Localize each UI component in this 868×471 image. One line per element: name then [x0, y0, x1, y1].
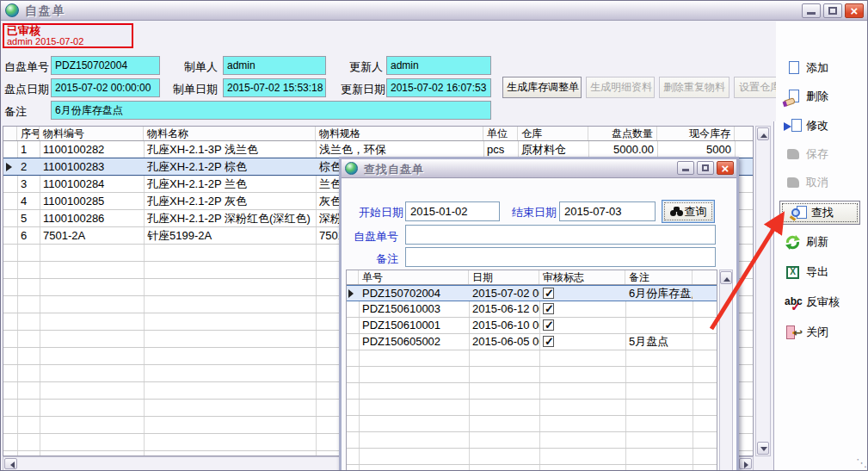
table-header-row: 序号 物料编号 物料名称 物料规格 单位 仓库 盘点数量 现今库存 [3, 127, 753, 141]
make-date-label: 制单日期 [173, 82, 218, 97]
sidebar-item-delete[interactable]: 删除 [785, 86, 828, 107]
sidebar-item-add[interactable]: 添加 [785, 58, 828, 78]
remark-label: 备注 [4, 104, 27, 120]
window-controls [802, 3, 864, 18]
sidebar-item-modify[interactable]: 修改 [785, 115, 828, 136]
delete-hand-icon [785, 89, 802, 105]
dialog-close-button[interactable] [717, 161, 734, 175]
dialog-table-header: 单号 日期 审核标志 备注 [347, 270, 717, 285]
minimize-button[interactable] [802, 3, 821, 18]
audit-checkbox[interactable] [543, 336, 554, 347]
end-date-label: 结束日期 [512, 205, 557, 220]
end-date-input[interactable]: 2015-07-03 [559, 201, 656, 221]
sidebar-item-export[interactable]: 导出 [785, 262, 828, 282]
dialog-remark-label: 备注 [376, 251, 398, 267]
binoculars-icon [670, 207, 683, 216]
generate-detail-button: 生成明细资料 [586, 77, 655, 98]
up-arrow-icon [760, 130, 767, 138]
column-header-warehouse[interactable]: 仓库 [518, 127, 588, 140]
maker-field[interactable]: admin [223, 56, 326, 75]
update-date-field[interactable]: 2015-07-02 16:07:53 [386, 78, 491, 97]
dialog-table-row[interactable]: PDZ150605002 2015-06-05 00 5月盘点 [347, 334, 717, 350]
save-icon [785, 146, 802, 163]
column-header-stock[interactable]: 现今库存 [657, 127, 735, 140]
sidebar-item-refresh[interactable]: 刷新 [785, 232, 828, 252]
column-header-unit[interactable]: 单位 [483, 127, 518, 140]
audit-stamp: 已审核 admin 2015-07-02 [3, 23, 133, 48]
main-window: 自盘单 已审核 admin 2015-07-02 自盘单号 PDZ1507020… [0, 0, 868, 471]
dialog-table-row-selected[interactable]: PDZ150702004 2015-07-02 00 6月份库存盘点 [347, 285, 717, 301]
dialog-vertical-scrollbar[interactable] [719, 270, 733, 471]
sidebar-item-unaudit[interactable]: ✓ 反审核 [785, 292, 840, 313]
dialog-doc-no-input[interactable] [405, 225, 716, 245]
dialog-titlebar[interactable]: 查找自盘单 [342, 159, 736, 178]
update-date-label: 更新日期 [341, 82, 383, 97]
audit-checkbox[interactable] [543, 288, 554, 299]
remark-field[interactable]: 6月份库存盘点 [51, 101, 491, 120]
window-title: 自盘单 [25, 3, 66, 19]
dialog-scroll-up-button[interactable] [720, 271, 732, 284]
resize-grip[interactable]: ⋱ [856, 456, 865, 469]
updater-label: 更新人 [341, 59, 383, 75]
count-date-label: 盘点日期 [4, 82, 49, 97]
find-dialog: 查找自盘单 开始日期 2015-01-02 结束日期 2015-07-03 查询… [339, 157, 739, 471]
dialog-icon [345, 162, 358, 175]
audit-checkbox[interactable] [543, 303, 554, 314]
start-date-input[interactable]: 2015-01-02 [405, 201, 500, 221]
current-row-marker-icon [348, 289, 358, 298]
empty-rows [347, 350, 717, 471]
column-header-audit[interactable]: 审核标志 [539, 270, 625, 284]
sidebar-item-cancel: 取消 [785, 172, 828, 193]
app-icon [5, 3, 19, 17]
current-row-marker-icon [6, 163, 16, 171]
column-header-doc-no[interactable]: 单号 [359, 270, 469, 284]
left-arrow-icon [7, 462, 15, 468]
column-header-idx[interactable]: 序号 [17, 127, 40, 140]
audit-status: 已审核 [7, 25, 129, 37]
dialog-result-table: 单号 日期 审核标志 备注 PDZ150702004 2015-07-02 00… [346, 270, 717, 471]
dialog-table-row[interactable]: PDZ150610001 2015-06-10 00 [347, 318, 717, 334]
generate-adjustment-button[interactable]: 生成库存调整单 [502, 77, 582, 98]
column-header-filler [735, 127, 753, 140]
count-date-field[interactable]: 2015-07-02 00:00:00 [51, 78, 160, 97]
dialog-title: 查找自盘单 [364, 162, 424, 177]
scroll-left-button[interactable] [4, 458, 17, 469]
make-date-field[interactable]: 2015-07-02 15:53:18 [223, 78, 326, 97]
column-header-remark[interactable]: 备注 [625, 270, 693, 284]
dialog-remark-input[interactable] [405, 247, 716, 267]
close-button[interactable] [845, 3, 864, 18]
add-document-icon [785, 60, 802, 77]
dialog-controls [677, 161, 734, 175]
audit-checkbox[interactable] [543, 319, 554, 331]
scroll-up-button[interactable] [757, 127, 769, 140]
dialog-maximize-button[interactable] [697, 161, 714, 175]
doc-no-label: 自盘单号 [4, 59, 49, 75]
column-header-code[interactable]: 物料编号 [40, 127, 144, 140]
sidebar-item-find[interactable]: 查找 [779, 201, 860, 225]
down-arrow-icon [760, 447, 767, 455]
excel-export-icon [785, 264, 802, 281]
vertical-scrollbar[interactable] [755, 126, 771, 456]
column-header-date[interactable]: 日期 [469, 270, 539, 284]
right-arrow-icon [744, 462, 752, 468]
updater-field[interactable]: admin [386, 56, 491, 75]
maker-label: 制单人 [173, 59, 218, 75]
sidebar-item-close[interactable]: ↩ 关闭 [785, 322, 828, 343]
column-header-name[interactable]: 物料名称 [144, 127, 316, 140]
dialog-minimize-button[interactable] [677, 161, 694, 175]
dialog-table-row[interactable]: PDZ150610003 2015-06-12 00 [347, 301, 717, 318]
sidebar-item-save: 保存 [785, 144, 828, 164]
table-row[interactable]: 1 1100100282 孔座XH-2.1-3P 浅兰色 浅兰色，环保 pcs … [3, 141, 753, 158]
scroll-down-button[interactable] [757, 442, 769, 455]
column-header-qty[interactable]: 盘点数量 [588, 127, 657, 140]
delete-duplicate-button: 删除重复物料 [659, 77, 729, 98]
start-date-label: 开始日期 [359, 205, 403, 220]
maximize-button[interactable] [823, 3, 842, 18]
query-button[interactable]: 查询 [662, 200, 715, 223]
column-header-spec[interactable]: 物料规格 [316, 127, 483, 140]
find-magnifier-icon [791, 205, 808, 221]
doc-no-field[interactable]: PDZ150702004 [51, 56, 160, 75]
sidebar: 添加 删除 修改 保存 取消 查找 [776, 22, 867, 470]
up-arrow-icon [723, 274, 730, 282]
scroll-right-button[interactable] [739, 458, 752, 469]
